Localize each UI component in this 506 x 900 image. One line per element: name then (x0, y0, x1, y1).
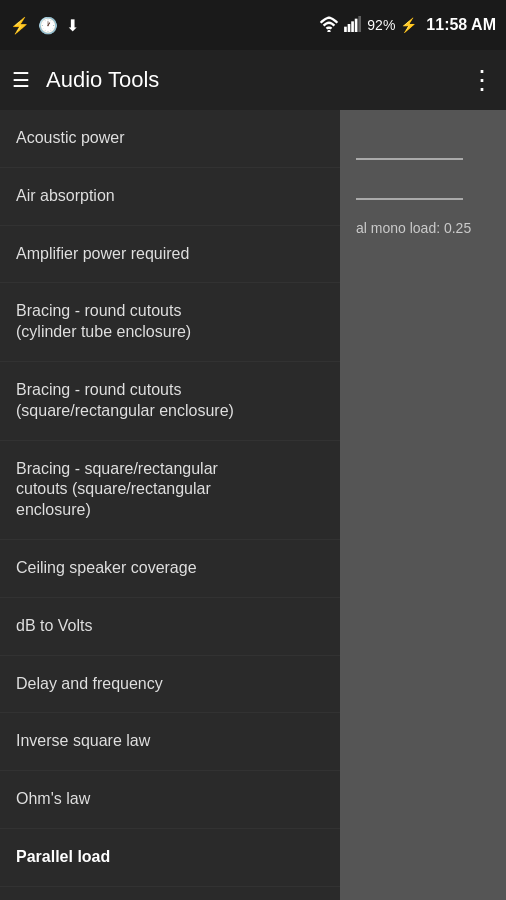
drawer-item-label: dB to Volts (16, 616, 93, 637)
drawer-item-parallel-load[interactable]: Parallel load (0, 829, 340, 887)
drawer-item-amplifier-power[interactable]: Amplifier power required (0, 226, 340, 284)
right-panel-content: al mono load: 0.25 (340, 110, 506, 256)
drawer-item-label: Delay and frequency (16, 674, 163, 695)
drawer-item-delay-frequency[interactable]: Delay and frequency (0, 656, 340, 714)
battery-percent: 92% (367, 17, 395, 33)
drawer-item-label: Amplifier power required (16, 244, 189, 265)
drawer-item-label: Ohm's law (16, 789, 90, 810)
drawer-item-port-volume[interactable]: Port volume - cylinder tubes (0, 887, 340, 900)
drawer-item-label: Bracing - square/rectangularcutouts (squ… (16, 459, 218, 521)
hamburger-icon[interactable]: ☰ (12, 68, 30, 92)
status-time: 11:58 AM (426, 16, 496, 34)
drawer-item-db-to-volts[interactable]: dB to Volts (0, 598, 340, 656)
svg-rect-2 (348, 24, 351, 32)
input-field-1[interactable] (356, 130, 463, 160)
result-text: al mono load: 0.25 (356, 220, 490, 236)
drawer-item-label: Bracing - round cutouts(square/rectangul… (16, 380, 234, 422)
drawer-item-label: Acoustic power (16, 128, 125, 149)
svg-rect-1 (344, 26, 347, 31)
drawer-item-label: Bracing - round cutouts(cylinder tube en… (16, 301, 191, 343)
more-options-icon[interactable]: ⋮ (469, 65, 494, 96)
drawer-item-ceiling-speaker[interactable]: Ceiling speaker coverage (0, 540, 340, 598)
drawer-item-air-absorption[interactable]: Air absorption (0, 168, 340, 226)
drawer-item-label: Air absorption (16, 186, 115, 207)
drawer-item-bracing-round-cylinder[interactable]: Bracing - round cutouts(cylinder tube en… (0, 283, 340, 362)
drawer-item-bracing-round-square[interactable]: Bracing - round cutouts(square/rectangul… (0, 362, 340, 441)
status-bar: ⚡ 🕐 ⬇ 92% ⚡ 11:58 AM (0, 0, 506, 50)
drawer-item-label: Ceiling speaker coverage (16, 558, 197, 579)
right-panel: al mono load: 0.25 (340, 110, 506, 900)
input-field-2[interactable] (356, 170, 463, 200)
clock-icon: 🕐 (38, 16, 58, 35)
usb-icon: ⚡ (10, 16, 30, 35)
app-title: Audio Tools (46, 67, 469, 93)
svg-rect-5 (359, 16, 362, 32)
main-container: Acoustic power Air absorption Amplifier … (0, 110, 506, 900)
download-icon: ⬇ (66, 16, 79, 35)
battery-icon: ⚡ (400, 17, 417, 33)
navigation-drawer: Acoustic power Air absorption Amplifier … (0, 110, 340, 900)
drawer-item-inverse-square[interactable]: Inverse square law (0, 713, 340, 771)
signal-icon (344, 16, 362, 35)
status-bar-left: ⚡ 🕐 ⬇ (10, 16, 79, 35)
drawer-item-bracing-square[interactable]: Bracing - square/rectangularcutouts (squ… (0, 441, 340, 540)
svg-rect-4 (355, 18, 358, 31)
drawer-item-ohms-law[interactable]: Ohm's law (0, 771, 340, 829)
status-bar-right: 92% ⚡ 11:58 AM (319, 16, 496, 35)
app-bar: ☰ Audio Tools ⋮ (0, 50, 506, 110)
drawer-item-label: Parallel load (16, 847, 110, 868)
svg-point-0 (328, 29, 331, 31)
drawer-item-label: Inverse square law (16, 731, 150, 752)
wifi-icon (319, 16, 339, 35)
drawer-item-acoustic-power[interactable]: Acoustic power (0, 110, 340, 168)
svg-rect-3 (352, 21, 355, 32)
